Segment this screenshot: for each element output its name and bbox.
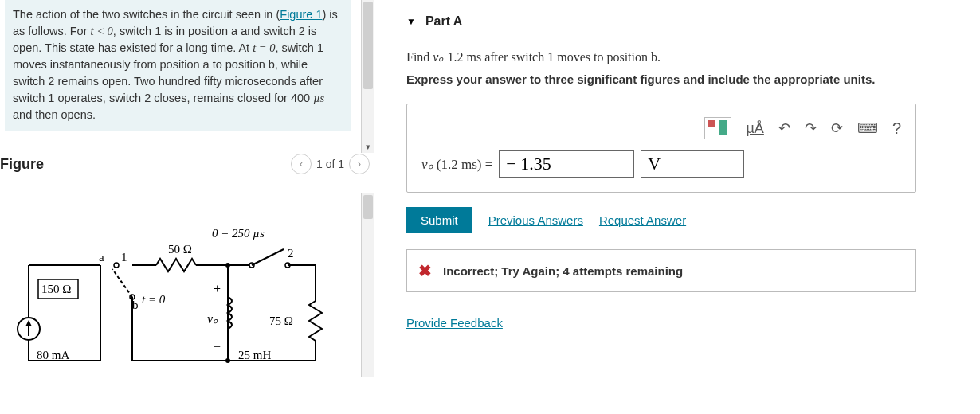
pager-next-button[interactable]: › [349, 154, 370, 174]
svg-text:0 + 250 µs: 0 + 250 µs [212, 227, 265, 240]
pager-label: 1 of 1 [316, 158, 344, 170]
svg-text:vₒ: vₒ [207, 312, 218, 326]
unit-input[interactable] [641, 150, 744, 178]
units-button[interactable]: µÅ [746, 120, 763, 137]
undo-icon[interactable]: ↶ [778, 119, 790, 137]
reset-icon[interactable]: ⟳ [831, 119, 843, 137]
svg-text:150 Ω: 150 Ω [41, 283, 71, 295]
question-prompt: Find vₒ 1.2 ms after switch 1 moves to p… [406, 49, 980, 64]
feedback-box: ✖ Incorrect; Try Again; 4 attempts remai… [406, 249, 916, 292]
keyboard-icon[interactable]: ⌨ [857, 119, 878, 137]
svg-point-10 [114, 263, 119, 268]
svg-point-33 [225, 263, 230, 268]
previous-answers-link[interactable]: Previous Answers [488, 213, 583, 227]
feedback-text: Incorrect; Try Again; 4 attempts remaini… [443, 264, 683, 278]
scroll-down-icon[interactable]: ▾ [362, 140, 374, 153]
scrollbar-thumb[interactable] [363, 2, 373, 89]
figure-link[interactable]: Figure 1 [280, 8, 322, 21]
svg-line-12 [112, 269, 132, 297]
left-scrollbar[interactable]: ▾ [361, 0, 374, 153]
svg-text:t = 0: t = 0 [142, 293, 166, 306]
answer-label: vₒ (1.2 ms) = [421, 156, 492, 173]
part-title: Part A [425, 14, 463, 29]
circuit-diagram: 150 Ω 80 mA a 1 b t = 0 50 Ω [13, 217, 331, 377]
answer-box: µÅ ↶ ↷ ⟳ ⌨ ? vₒ (1.2 ms) = [406, 104, 916, 193]
pager-prev-button[interactable]: ‹ [291, 154, 312, 174]
problem-text: The action of the two switches in the ci… [5, 0, 351, 131]
request-answer-link[interactable]: Request Answer [599, 213, 686, 227]
figure-scrollbar[interactable] [361, 193, 374, 377]
template-picker-icon[interactable] [704, 117, 731, 139]
help-icon[interactable]: ? [892, 119, 901, 138]
svg-text:+: + [214, 282, 221, 295]
figure-scroll-thumb[interactable] [363, 195, 373, 219]
svg-line-22 [252, 249, 284, 265]
svg-text:80 mA: 80 mA [37, 349, 69, 361]
figure-title: Figure [0, 156, 44, 173]
svg-text:75 Ω: 75 Ω [269, 314, 293, 327]
answer-instructions: Express your answer to three significant… [406, 72, 980, 86]
svg-text:b: b [132, 299, 139, 311]
incorrect-icon: ✖ [418, 261, 432, 280]
svg-point-34 [225, 358, 230, 363]
svg-text:2: 2 [288, 247, 294, 260]
provide-feedback-link[interactable]: Provide Feedback [406, 316, 503, 330]
redo-icon[interactable]: ↷ [805, 119, 817, 137]
svg-text:1: 1 [121, 251, 127, 264]
value-input[interactable] [499, 150, 634, 178]
collapse-caret-icon[interactable]: ▼ [406, 16, 416, 27]
submit-button[interactable]: Submit [406, 207, 472, 233]
svg-text:50 Ω: 50 Ω [168, 243, 192, 256]
svg-text:a: a [99, 251, 104, 264]
svg-text:−: − [214, 340, 221, 353]
svg-text:25 mH: 25 mH [238, 349, 271, 361]
figure-pager: ‹ 1 of 1 › [291, 154, 370, 174]
